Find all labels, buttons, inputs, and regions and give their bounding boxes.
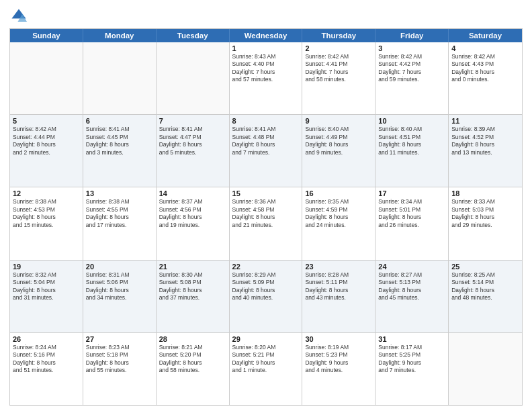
cell-line: Daylight: 8 hours: [86, 214, 153, 221]
day-number: 13: [86, 189, 153, 197]
cell-line: Sunset: 4:40 PM: [232, 60, 300, 68]
cell-line: Daylight: 7 hours: [232, 68, 300, 76]
day-number: 24: [378, 263, 445, 271]
cell-line: and 7 minutes.: [232, 149, 300, 156]
day-number: 1: [232, 44, 300, 52]
cell-line: and 0 minutes.: [451, 76, 519, 83]
header-cell-wednesday: Wednesday: [230, 29, 303, 42]
day-number: 18: [451, 189, 519, 197]
cell-line: Daylight: 7 hours: [305, 68, 372, 76]
cell-line: Sunrise: 8:31 AM: [86, 271, 153, 279]
cell-line: and 26 minutes.: [378, 222, 445, 229]
header-cell-saturday: Saturday: [449, 29, 522, 42]
cell-line: Sunrise: 8:27 AM: [378, 271, 445, 279]
day-cell-28: 28Sunrise: 8:21 AMSunset: 5:20 PMDayligh…: [157, 333, 230, 405]
day-cell-3: 3Sunrise: 8:42 AMSunset: 4:42 PMDaylight…: [375, 42, 449, 114]
cell-line: Sunset: 4:45 PM: [86, 134, 153, 141]
cell-line: Daylight: 9 hours: [232, 359, 300, 367]
header: [9, 7, 523, 26]
cell-line: Sunrise: 8:33 AM: [451, 198, 519, 205]
cell-line: and 9 minutes.: [305, 149, 372, 156]
cell-line: and 24 minutes.: [305, 222, 372, 229]
cell-line: and 45 minutes.: [378, 294, 445, 302]
cell-line: and 4 minutes.: [305, 367, 372, 374]
cell-line: Daylight: 7 hours: [378, 68, 445, 76]
cell-line: Sunset: 5:04 PM: [13, 279, 80, 286]
day-number: 3: [378, 44, 445, 52]
cell-line: Sunrise: 8:20 AM: [232, 344, 300, 351]
day-number: 4: [451, 44, 519, 52]
day-cell-25: 25Sunrise: 8:25 AMSunset: 5:14 PMDayligh…: [449, 261, 522, 332]
day-cell-13: 13Sunrise: 8:38 AMSunset: 4:55 PMDayligh…: [83, 187, 157, 259]
cell-line: and 51 minutes.: [13, 367, 80, 374]
cell-line: Daylight: 8 hours: [378, 287, 445, 294]
cell-line: Sunset: 5:21 PM: [232, 351, 300, 359]
cell-line: Sunrise: 8:38 AM: [86, 198, 153, 205]
cell-line: Sunrise: 8:41 AM: [232, 126, 300, 133]
cell-line: Sunrise: 8:29 AM: [232, 271, 300, 279]
cell-line: Sunrise: 8:38 AM: [13, 198, 80, 205]
day-number: 22: [232, 263, 300, 271]
day-cell-14: 14Sunrise: 8:37 AMSunset: 4:56 PMDayligh…: [157, 187, 230, 259]
day-number: 26: [13, 335, 80, 343]
day-number: 20: [86, 263, 153, 271]
day-cell-21: 21Sunrise: 8:30 AMSunset: 5:08 PMDayligh…: [157, 261, 230, 332]
calendar: SundayMondayTuesdayWednesdayThursdayFrid…: [9, 28, 523, 406]
cell-line: Daylight: 9 hours: [305, 359, 372, 367]
cell-line: Daylight: 9 hours: [378, 359, 445, 367]
day-cell-15: 15Sunrise: 8:36 AMSunset: 4:58 PMDayligh…: [230, 187, 303, 259]
cell-line: and 37 minutes.: [159, 294, 226, 302]
cell-line: and 1 minute.: [232, 367, 300, 374]
cell-line: and 2 minutes.: [13, 149, 80, 156]
cell-line: Sunrise: 8:41 AM: [86, 126, 153, 133]
cell-line: Sunset: 4:41 PM: [305, 60, 372, 68]
day-cell-19: 19Sunrise: 8:32 AMSunset: 5:04 PMDayligh…: [10, 261, 83, 332]
day-number: 30: [305, 335, 372, 343]
header-cell-sunday: Sunday: [10, 29, 83, 42]
day-number: 10: [378, 117, 445, 125]
cell-line: and 7 minutes.: [378, 367, 445, 374]
day-number: 27: [86, 335, 153, 343]
cell-line: Sunrise: 8:42 AM: [305, 53, 372, 60]
empty-cell: [449, 333, 522, 405]
cell-line: and 55 minutes.: [86, 367, 153, 374]
cell-line: Sunrise: 8:39 AM: [451, 126, 519, 133]
cell-line: Sunrise: 8:24 AM: [13, 344, 80, 351]
cell-line: Daylight: 8 hours: [305, 141, 372, 148]
day-number: 5: [13, 117, 80, 125]
cell-line: Daylight: 8 hours: [159, 214, 226, 221]
day-cell-12: 12Sunrise: 8:38 AMSunset: 4:53 PMDayligh…: [10, 187, 83, 259]
page: SundayMondayTuesdayWednesdayThursdayFrid…: [0, 0, 532, 411]
cell-line: Sunset: 4:55 PM: [86, 206, 153, 214]
calendar-row-3: 12Sunrise: 8:38 AMSunset: 4:53 PMDayligh…: [10, 187, 522, 260]
day-cell-7: 7Sunrise: 8:41 AMSunset: 4:47 PMDaylight…: [157, 115, 230, 187]
cell-line: and 43 minutes.: [305, 294, 372, 302]
empty-cell: [157, 42, 230, 114]
day-cell-1: 1Sunrise: 8:43 AMSunset: 4:40 PMDaylight…: [230, 42, 303, 114]
cell-line: Sunset: 5:13 PM: [378, 279, 445, 286]
cell-line: Daylight: 8 hours: [86, 359, 153, 367]
day-number: 31: [378, 335, 445, 343]
cell-line: and 17 minutes.: [86, 222, 153, 229]
cell-line: Daylight: 8 hours: [13, 287, 80, 294]
cell-line: Sunset: 4:53 PM: [13, 206, 80, 214]
day-number: 25: [451, 263, 519, 271]
cell-line: and 3 minutes.: [86, 149, 153, 156]
cell-line: Sunrise: 8:42 AM: [378, 53, 445, 60]
day-number: 21: [159, 263, 226, 271]
day-number: 2: [305, 44, 372, 52]
cell-line: Sunset: 5:23 PM: [305, 351, 372, 359]
day-cell-23: 23Sunrise: 8:28 AMSunset: 5:11 PMDayligh…: [302, 261, 375, 332]
day-cell-20: 20Sunrise: 8:31 AMSunset: 5:06 PMDayligh…: [83, 261, 157, 332]
cell-line: Daylight: 8 hours: [86, 141, 153, 148]
logo: [9, 7, 30, 26]
calendar-body: 1Sunrise: 8:43 AMSunset: 4:40 PMDaylight…: [10, 42, 522, 405]
cell-line: and 21 minutes.: [232, 222, 300, 229]
cell-line: Daylight: 8 hours: [159, 359, 226, 367]
day-cell-9: 9Sunrise: 8:40 AMSunset: 4:49 PMDaylight…: [302, 115, 375, 187]
day-number: 12: [13, 189, 80, 197]
day-number: 16: [305, 189, 372, 197]
cell-line: Daylight: 8 hours: [13, 141, 80, 148]
cell-line: Sunset: 4:44 PM: [13, 134, 80, 141]
day-cell-2: 2Sunrise: 8:42 AMSunset: 4:41 PMDaylight…: [302, 42, 375, 114]
